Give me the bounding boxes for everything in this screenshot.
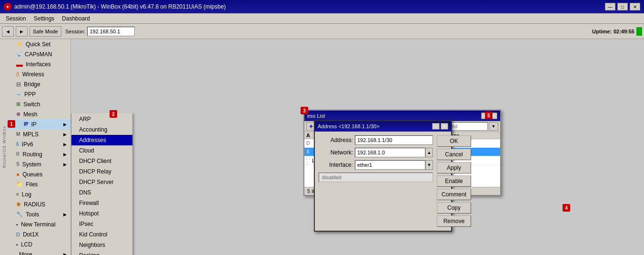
more-arrow-icon: ▶ bbox=[63, 252, 67, 255]
submenu-addresses[interactable]: Addresses bbox=[71, 135, 132, 145]
close-button[interactable]: ✕ bbox=[630, 3, 640, 10]
sidebar-item-ipv6[interactable]: 6 IPv6 ▶ bbox=[7, 139, 70, 149]
address-input[interactable] bbox=[355, 135, 433, 145]
content-area: 2 ARP Accounting Addresses Cloud DHCP Cl… bbox=[71, 39, 644, 255]
network-input[interactable] bbox=[355, 148, 425, 157]
submenu-dhcp-server[interactable]: DHCP Server bbox=[71, 177, 132, 187]
address-edit-controls[interactable]: □ ✕ bbox=[432, 123, 448, 130]
submenu-ipsec[interactable]: IPsec bbox=[71, 219, 132, 229]
interface-field-row: Interface: ▼ bbox=[319, 160, 433, 170]
submenu-neighbors[interactable]: Neighbors bbox=[71, 240, 132, 250]
ipv6-icon: 6 bbox=[16, 142, 19, 147]
copy-button[interactable]: Copy bbox=[437, 202, 471, 214]
sidebar-item-mesh[interactable]: ⊕ Mesh bbox=[7, 109, 70, 119]
sidebar-item-system[interactable]: S System ▶ bbox=[7, 159, 70, 169]
action-buttons: OK Cancel Apply Enable Comment Copy Remo… bbox=[437, 135, 471, 227]
menu-settings[interactable]: Settings bbox=[30, 14, 58, 23]
interface-dropdown-btn[interactable]: ▼ bbox=[425, 160, 433, 170]
remove-button[interactable]: Remove bbox=[437, 215, 471, 227]
sidebar-item-interfaces[interactable]: ▬ Interfaces bbox=[7, 59, 70, 69]
sidebar-item-capsman[interactable]: 📡 CAPsMAN bbox=[7, 49, 70, 59]
menu-dashboard[interactable]: Dashboard bbox=[58, 14, 94, 23]
ppp-icon: ↔ bbox=[16, 92, 21, 97]
title-bar: ● admin@192.168.50.1 (MikroTik) - WinBox… bbox=[0, 0, 644, 13]
submenu-cloud[interactable]: Cloud bbox=[71, 145, 132, 156]
address-list-title-bar[interactable]: ess List □ ✕ bbox=[304, 111, 500, 121]
badge-2: 2 bbox=[110, 110, 117, 118]
sidebar-item-switch[interactable]: ⊞ Switch bbox=[7, 99, 70, 109]
sidebar-item-quick-set[interactable]: ⚡ Quick Set bbox=[7, 39, 70, 49]
session-label: Session: bbox=[65, 29, 85, 34]
safe-mode-button[interactable]: Safe Mode bbox=[30, 26, 61, 37]
minimize-button[interactable]: — bbox=[605, 3, 615, 10]
submenu-firewall[interactable]: Firewall bbox=[71, 198, 132, 208]
uptime-indicator bbox=[636, 27, 642, 36]
sidebar-item-wireless[interactable]: (( Wireless bbox=[7, 69, 70, 79]
maximize-button[interactable]: □ bbox=[617, 3, 628, 10]
sidebar-item-ip[interactable]: 1 IP IP ▶ bbox=[7, 119, 70, 129]
sidebar-item-files[interactable]: 📁 Files bbox=[7, 179, 70, 189]
sidebar-item-tools[interactable]: 🔧 Tools ▶ bbox=[7, 209, 70, 219]
ok-button[interactable]: OK bbox=[437, 135, 471, 147]
uptime-area: Uptime: 02:49:55 bbox=[592, 27, 642, 36]
files-icon: 📁 bbox=[16, 181, 23, 187]
tools-arrow-icon: ▶ bbox=[63, 212, 67, 217]
sidebar-label-queues: Queues bbox=[22, 171, 42, 178]
sidebar-label-bridge: Bridge bbox=[24, 81, 40, 88]
row1-indicator: D bbox=[306, 141, 312, 146]
comment-button[interactable]: Comment bbox=[437, 189, 471, 200]
address-edit-close-btn[interactable]: ✕ bbox=[441, 123, 448, 130]
queues-icon: ● bbox=[16, 171, 20, 178]
forward-button[interactable]: ► bbox=[16, 26, 28, 37]
address-edit-title-bar[interactable]: Address <192.168.1.1/30> □ ✕ bbox=[315, 121, 451, 132]
title-bar-controls[interactable]: — □ ✕ bbox=[605, 3, 640, 10]
row3-indicator: : : : bbox=[306, 155, 312, 166]
routing-arrow-icon: ▶ bbox=[63, 152, 67, 157]
sidebar-item-ppp[interactable]: ↔ PPP bbox=[7, 89, 70, 99]
cancel-button[interactable]: Cancel bbox=[437, 149, 471, 160]
sidebar: ⚡ Quick Set 📡 CAPsMAN ▬ Interfaces (( Wi… bbox=[7, 39, 71, 255]
find-dropdown-btn[interactable]: ▼ bbox=[489, 122, 498, 131]
apply-button[interactable]: Apply bbox=[437, 162, 471, 173]
sidebar-item-radius[interactable]: ✱ RADIUS bbox=[7, 199, 70, 209]
session-input[interactable] bbox=[87, 27, 135, 36]
badge-3: 3 bbox=[301, 107, 308, 114]
sidebar-item-log[interactable]: ≡ Log bbox=[7, 189, 70, 199]
sidebar-item-new-terminal[interactable]: ▪ New Terminal bbox=[7, 219, 70, 229]
ip-icon: IP bbox=[24, 122, 28, 127]
submenu-dhcp-client[interactable]: DHCP Client bbox=[71, 156, 132, 166]
enable-button[interactable]: Enable bbox=[437, 175, 471, 187]
sidebar-label-more: More bbox=[19, 251, 32, 255]
address-edit-window: Address <192.168.1.1/30> □ ✕ Address: bbox=[314, 120, 452, 232]
sidebar-item-dot1x[interactable]: D Dot1X bbox=[7, 229, 70, 239]
back-button[interactable]: ◄ bbox=[2, 26, 14, 37]
submenu-dns[interactable]: DNS bbox=[71, 187, 132, 198]
sidebar-label-log: Log bbox=[22, 191, 31, 198]
sidebar-label-system: System bbox=[22, 161, 41, 168]
interface-input-container: ▼ bbox=[355, 160, 433, 170]
submenu-arp[interactable]: ARP bbox=[71, 114, 132, 124]
network-dropdown-btn[interactable]: ▲ bbox=[425, 148, 433, 157]
mpls-icon: M bbox=[16, 132, 20, 137]
sidebar-label-switch: Switch bbox=[23, 101, 40, 108]
sidebar-item-mpls[interactable]: M MPLS ▶ bbox=[7, 129, 70, 139]
sidebar-item-queues[interactable]: ● Queues bbox=[7, 169, 70, 179]
interface-input[interactable] bbox=[355, 160, 425, 170]
address-list-title-text: ess List bbox=[307, 113, 325, 119]
menu-session[interactable]: Session bbox=[2, 14, 30, 23]
sidebar-label-quick-set: Quick Set bbox=[26, 41, 50, 48]
submenu-kid-control[interactable]: Kid Control bbox=[71, 229, 132, 240]
submenu-packing[interactable]: Packing bbox=[71, 250, 132, 255]
address-edit-restore-btn[interactable]: □ bbox=[432, 123, 440, 130]
sidebar-item-bridge[interactable]: ⊟ Bridge bbox=[7, 79, 70, 89]
submenu-accounting[interactable]: Accounting bbox=[71, 124, 132, 135]
sidebar-item-more[interactable]: More ▶ bbox=[7, 249, 70, 255]
sidebar-label-mpls: MPLS bbox=[23, 131, 39, 138]
submenu-dhcp-relay[interactable]: DHCP Relay bbox=[71, 166, 132, 177]
submenu-hotspot[interactable]: Hotspot bbox=[71, 208, 132, 219]
sidebar-item-routing[interactable]: R Routing ▶ bbox=[7, 149, 70, 159]
address-edit-title-text: Address <192.168.1.1/30> bbox=[318, 123, 380, 129]
system-icon: S bbox=[16, 162, 20, 167]
sidebar-item-lcd[interactable]: ▪ LCD bbox=[7, 239, 70, 249]
mesh-icon: ⊕ bbox=[16, 111, 20, 117]
